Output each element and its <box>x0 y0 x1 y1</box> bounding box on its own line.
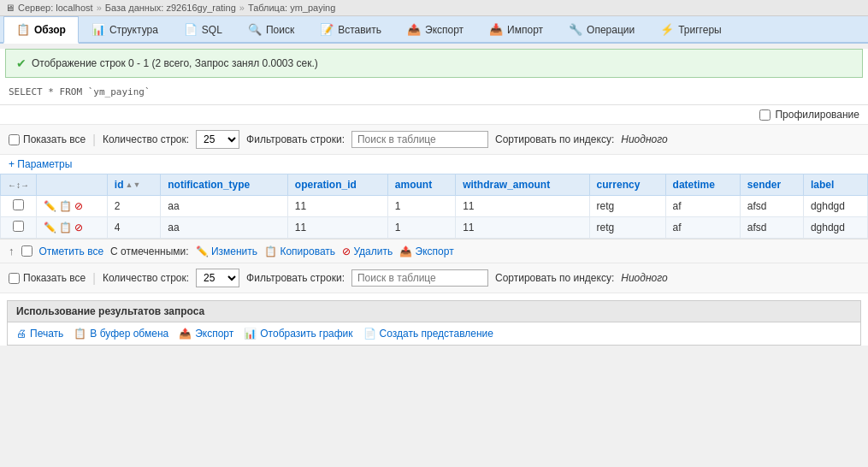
row-checkbox-cell <box>1 217 37 239</box>
cell-withdraw-amount-1: 11 <box>456 217 589 239</box>
clipboard-link[interactable]: 📋 В буфер обмена <box>74 328 168 340</box>
tab-triggers[interactable]: ⚡ Триггеры <box>647 16 735 42</box>
bottom-actions-bar: ↑ Отметить все С отмеченными: ✏️ Изменит… <box>0 239 868 263</box>
filter-input-bottom[interactable] <box>351 269 488 287</box>
col-header-label[interactable]: label <box>803 174 867 196</box>
row-count-select-bottom[interactable]: 25 50 100 250 <box>196 269 239 287</box>
server-label: Сервер: localhost <box>18 3 93 13</box>
tab-operations-label: Операции <box>587 24 635 36</box>
show-all-checkbox[interactable] <box>9 134 20 145</box>
operations-icon: 🔧 <box>569 23 582 36</box>
clipboard-icon: 📋 <box>74 328 86 340</box>
cell-sender-0: afsd <box>740 196 803 217</box>
row-checkbox-1[interactable] <box>13 221 24 232</box>
edit-link[interactable]: ✏️ Изменить <box>196 245 257 257</box>
row-count-select[interactable]: 25 50 100 250 <box>196 130 239 149</box>
cell-currency-1: retg <box>589 217 665 239</box>
nav-tabs: 📋 Обзор 📊 Структура 📄 SQL 🔍 Поиск 📝 Вста… <box>0 16 868 44</box>
overview-icon: 📋 <box>16 23 30 36</box>
triggers-icon: ⚡ <box>660 23 674 36</box>
tab-import[interactable]: 📥 Импорт <box>476 16 556 42</box>
row-actions-cell-0: ✏️ 📋 ⊘ <box>37 196 108 217</box>
filter-row-bottom: Показать все | Количество строк: 25 50 1… <box>0 263 868 293</box>
tab-insert-label: Вставить <box>338 24 381 36</box>
data-table: ←↕→ id ▲▼ notification_type operation_id… <box>0 174 868 239</box>
cell-operation-id-0: 11 <box>287 196 387 217</box>
profiling-checkbox[interactable] <box>759 109 771 121</box>
row-copy-icon-1[interactable]: 📋 <box>59 222 72 234</box>
cell-amount-0: 1 <box>387 196 455 217</box>
import-icon: 📥 <box>489 23 503 36</box>
structure-icon: 📊 <box>92 23 105 36</box>
row-edit-icon-0[interactable]: ✏️ <box>44 200 56 212</box>
col-header-notification-type[interactable]: notification_type <box>161 174 288 196</box>
tab-sql[interactable]: 📄 SQL <box>171 16 235 42</box>
show-all-label: Показать все <box>9 133 86 145</box>
col-header-actions <box>37 174 108 196</box>
col-header-datetime[interactable]: datetime <box>665 174 740 196</box>
export-icon-bottom: 📤 <box>399 245 412 257</box>
col-header-amount[interactable]: amount <box>387 174 455 196</box>
table-header-row: ←↕→ id ▲▼ notification_type operation_id… <box>1 174 868 196</box>
sep2: » <box>239 3 245 13</box>
table-row: ✏️ 📋 ⊘ 4 aa 11 1 11 retg af afsd dghdgd <box>1 217 868 239</box>
copy-icon: 📋 <box>264 245 277 257</box>
check-all-link[interactable]: Отметить все <box>39 245 104 257</box>
with-checked-label: С отмеченными: <box>110 245 189 257</box>
tab-structure[interactable]: 📊 Структура <box>79 16 171 42</box>
show-all-checkbox-bottom[interactable] <box>9 273 20 284</box>
cell-withdraw-amount-0: 11 <box>456 196 589 217</box>
view-link[interactable]: 📄 Создать представление <box>363 328 493 340</box>
params-link[interactable]: + Параметры <box>0 155 868 174</box>
col-header-id[interactable]: id ▲▼ <box>107 174 160 196</box>
sql-icon: 📄 <box>184 23 198 36</box>
cell-datetime-0: af <box>665 196 740 217</box>
filter-input[interactable] <box>351 131 488 148</box>
cell-amount-1: 1 <box>387 217 455 239</box>
profiling-row: Профилирование <box>0 104 868 124</box>
sql-display: SELECT * FROM `ym_paying` <box>0 83 868 104</box>
sort-label: Сортировать по индексу: <box>495 133 614 145</box>
col-header-sender[interactable]: sender <box>740 174 803 196</box>
export-link-results[interactable]: 📤 Экспорт <box>179 328 233 340</box>
chart-link[interactable]: 📊 Отобразить график <box>244 328 352 340</box>
sort-label-bottom: Сортировать по индексу: <box>495 272 614 284</box>
cell-currency-0: retg <box>589 196 665 217</box>
row-edit-icon-1[interactable]: ✏️ <box>44 222 56 234</box>
col-header-operation-id[interactable]: operation_id <box>287 174 387 196</box>
row-checkbox-cell <box>1 196 37 217</box>
tab-overview[interactable]: 📋 Обзор <box>3 16 79 44</box>
row-delete-icon-1[interactable]: ⊘ <box>74 222 83 234</box>
tab-search-label: Поиск <box>266 24 294 36</box>
row-delete-icon-0[interactable]: ⊘ <box>74 200 83 212</box>
table-label: Таблица: ym_paying <box>248 3 335 13</box>
show-all-label-bottom: Показать все <box>9 272 86 284</box>
cell-id-1: 4 <box>107 217 160 239</box>
sort-arrows-cb[interactable]: ←↕→ <box>8 180 29 190</box>
delete-icon: ⊘ <box>342 245 351 257</box>
up-arrow-icon: ↑ <box>9 245 15 257</box>
use-results-body: 🖨 Печать 📋 В буфер обмена 📤 Экспорт 📊 От… <box>8 322 860 345</box>
col-header-currency[interactable]: currency <box>589 174 665 196</box>
success-text: Отображение строк 0 - 1 (2 всего, Запрос… <box>32 57 318 69</box>
tab-export[interactable]: 📤 Экспорт <box>394 16 476 42</box>
tab-operations[interactable]: 🔧 Операции <box>556 16 647 42</box>
row-checkbox-0[interactable] <box>13 199 24 210</box>
tab-overview-label: Обзор <box>34 24 66 36</box>
copy-link[interactable]: 📋 Копировать <box>264 245 335 257</box>
check-all-checkbox[interactable] <box>21 245 32 257</box>
delete-link[interactable]: ⊘ Удалить <box>342 245 393 257</box>
cell-datetime-1: af <box>665 217 740 239</box>
col-header-withdraw-amount[interactable]: withdraw_amount <box>456 174 589 196</box>
tab-search[interactable]: 🔍 Поиск <box>235 16 307 42</box>
main-content: ✔ Отображение строк 0 - 1 (2 всего, Запр… <box>0 49 868 346</box>
chart-icon: 📊 <box>244 328 257 340</box>
tab-import-label: Импорт <box>507 24 543 36</box>
tab-insert[interactable]: 📝 Вставить <box>307 16 394 42</box>
cell-sender-1: afsd <box>740 217 803 239</box>
tab-structure-label: Структура <box>109 24 158 36</box>
print-link[interactable]: 🖨 Печать <box>16 328 63 340</box>
export-link-bottom[interactable]: 📤 Экспорт <box>399 245 453 257</box>
row-copy-icon-0[interactable]: 📋 <box>59 200 72 212</box>
profiling-label: Профилирование <box>775 109 859 121</box>
